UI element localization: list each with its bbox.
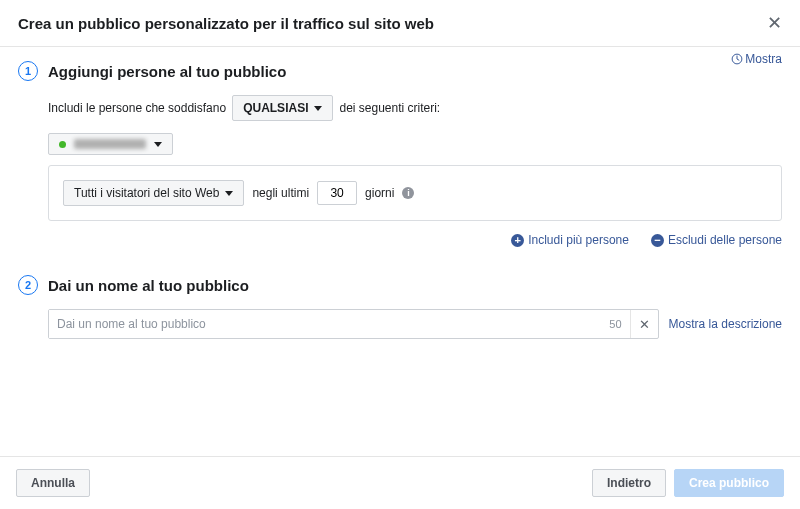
caret-down-icon <box>314 106 322 111</box>
match-mode-label: QUALSIASI <box>243 101 308 115</box>
caret-down-icon <box>154 142 162 147</box>
cancel-button[interactable]: Annulla <box>16 469 90 497</box>
show-description-link[interactable]: Mostra la descrizione <box>669 317 782 331</box>
include-suffix: dei seguenti criteri: <box>339 101 440 115</box>
section-add-people: 1 Aggiungi persone al tuo pubblico Inclu… <box>18 61 782 255</box>
include-criteria-row: Includi le persone che soddisfano QUALSI… <box>48 95 782 121</box>
include-prefix: Includi le persone che soddisfano <box>48 101 226 115</box>
visitor-type-label: Tutti i visitatori del sito Web <box>74 186 219 200</box>
show-link-label: Mostra <box>745 52 782 66</box>
step-badge-2: 2 <box>18 275 38 295</box>
info-icon[interactable]: i <box>402 187 414 199</box>
clear-name-icon[interactable]: ✕ <box>630 310 658 338</box>
create-audience-button[interactable]: Crea pubblico <box>674 469 784 497</box>
dialog-title: Crea un pubblico personalizzato per il t… <box>18 15 434 32</box>
show-link[interactable]: Mostra <box>731 52 782 66</box>
pixel-name-placeholder <box>74 139 146 149</box>
clock-icon <box>731 53 743 65</box>
dialog-header: Crea un pubblico personalizzato per il t… <box>0 0 800 47</box>
audience-name-input[interactable] <box>49 310 601 338</box>
minus-icon: − <box>651 234 664 247</box>
criteria-box: Tutti i visitatori del sito Web negli ul… <box>48 165 782 221</box>
section1-title: Aggiungi persone al tuo pubblico <box>48 63 286 80</box>
days-label: giorni <box>365 186 394 200</box>
pixel-selector-dropdown[interactable] <box>48 133 173 155</box>
exclude-link[interactable]: − Escludi delle persone <box>651 233 782 247</box>
char-count: 50 <box>601 318 629 330</box>
in-last-label: negli ultimi <box>252 186 309 200</box>
caret-down-icon <box>225 191 233 196</box>
step-badge-1: 1 <box>18 61 38 81</box>
section2-title: Dai un nome al tuo pubblico <box>48 277 249 294</box>
audience-name-field-wrap: 50 ✕ <box>48 309 659 339</box>
days-input[interactable] <box>317 181 357 205</box>
section-name-audience: 2 Dai un nome al tuo pubblico 50 ✕ Mostr… <box>18 275 782 339</box>
close-icon[interactable]: ✕ <box>767 14 782 32</box>
visitor-type-dropdown[interactable]: Tutti i visitatori del sito Web <box>63 180 244 206</box>
back-button[interactable]: Indietro <box>592 469 666 497</box>
dialog-footer: Annulla Indietro Crea pubblico <box>0 456 800 509</box>
exclude-label: Escludi delle persone <box>668 233 782 247</box>
include-more-link[interactable]: + Includi più persone <box>511 233 629 247</box>
include-more-label: Includi più persone <box>528 233 629 247</box>
pixel-status-dot-icon <box>59 141 66 148</box>
match-mode-dropdown[interactable]: QUALSIASI <box>232 95 333 121</box>
plus-icon: + <box>511 234 524 247</box>
